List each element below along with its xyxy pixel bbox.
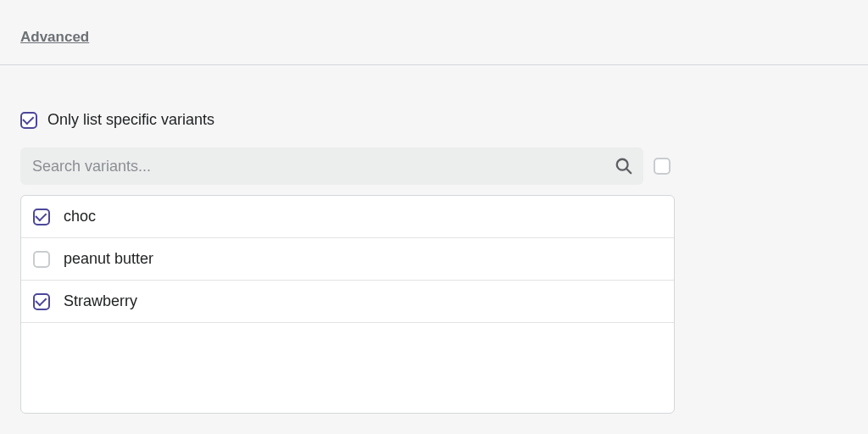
variant-row: choc	[21, 196, 674, 238]
advanced-link[interactable]: Advanced	[20, 29, 89, 46]
variant-name: Strawberry	[64, 292, 137, 310]
only-list-row: Only list specific variants	[20, 111, 848, 129]
check-icon	[35, 209, 47, 221]
search-box	[20, 147, 643, 185]
check-icon	[22, 113, 34, 125]
variant-checkbox[interactable]	[33, 209, 50, 225]
check-icon	[35, 294, 47, 306]
variant-list: chocpeanut butterStrawberry	[20, 195, 675, 414]
svg-line-1	[626, 169, 632, 174]
select-all-checkbox[interactable]	[654, 158, 670, 175]
search-icon	[615, 157, 633, 175]
variant-row: peanut butter	[21, 238, 674, 281]
only-list-checkbox[interactable]	[20, 112, 37, 129]
divider	[0, 64, 868, 65]
variant-row: Strawberry	[21, 281, 674, 323]
only-list-label: Only list specific variants	[47, 111, 214, 129]
variant-checkbox[interactable]	[33, 251, 50, 268]
search-input[interactable]	[31, 157, 615, 176]
variant-name: peanut butter	[64, 250, 153, 268]
variant-name: choc	[64, 208, 96, 225]
variant-checkbox[interactable]	[33, 293, 50, 310]
